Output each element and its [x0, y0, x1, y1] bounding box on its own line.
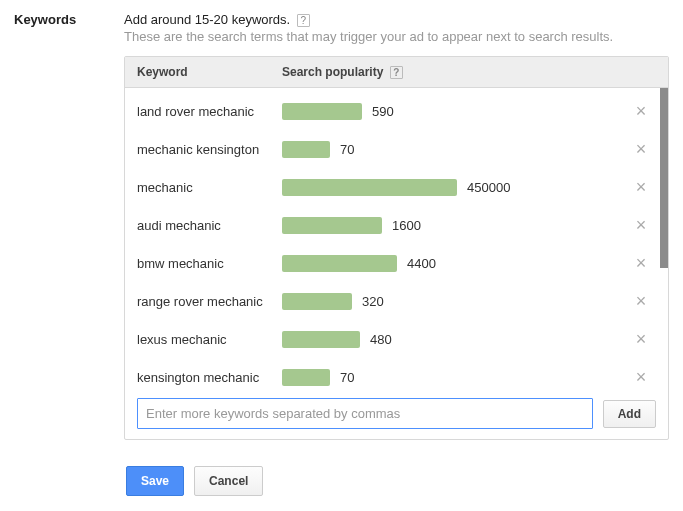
add-button[interactable]: Add [603, 400, 656, 428]
keyword-list: land rover mechanic590×mechanic kensingt… [125, 88, 668, 388]
popularity-value: 70 [340, 142, 354, 157]
popularity-value: 450000 [467, 180, 510, 195]
keywords-panel: Keyword Search popularity ? land rover m… [124, 56, 669, 440]
keyword-input[interactable] [137, 398, 593, 429]
popularity-value: 480 [370, 332, 392, 347]
remove-icon[interactable]: × [626, 216, 656, 234]
keyword-row: lexus mechanic480× [125, 320, 668, 358]
keyword-row: kensington mechanic70× [125, 358, 668, 388]
scrollbar[interactable] [660, 88, 668, 388]
remove-icon[interactable]: × [626, 102, 656, 120]
keyword-name: audi mechanic [137, 218, 282, 233]
popularity-value: 70 [340, 370, 354, 385]
popularity-bar-wrap: 70 [282, 369, 626, 386]
popularity-value: 4400 [407, 256, 436, 271]
keyword-row: bmw mechanic4400× [125, 244, 668, 282]
save-button[interactable]: Save [126, 466, 184, 496]
header-popularity: Search popularity ? [282, 65, 656, 79]
popularity-value: 1600 [392, 218, 421, 233]
keyword-row: mechanic kensington70× [125, 130, 668, 168]
cancel-button[interactable]: Cancel [194, 466, 263, 496]
keyword-name: mechanic [137, 180, 282, 195]
remove-icon[interactable]: × [626, 368, 656, 386]
remove-icon[interactable]: × [626, 330, 656, 348]
popularity-bar [282, 331, 360, 348]
add-keyword-row: Add [125, 388, 668, 439]
popularity-bar [282, 179, 457, 196]
section-label: Keywords [14, 12, 124, 27]
keyword-name: land rover mechanic [137, 104, 282, 119]
scrollbar-thumb[interactable] [660, 88, 668, 268]
remove-icon[interactable]: × [626, 140, 656, 158]
instruction-inner: Add around 15-20 keywords. [124, 12, 290, 27]
instruction-text: Add around 15-20 keywords. ? [124, 12, 669, 27]
footer-actions: Save Cancel [0, 452, 683, 510]
popularity-bar [282, 293, 352, 310]
header-keyword: Keyword [137, 65, 282, 79]
keyword-name: range rover mechanic [137, 294, 282, 309]
keyword-row: audi mechanic1600× [125, 206, 668, 244]
keyword-row: mechanic450000× [125, 168, 668, 206]
keyword-name: bmw mechanic [137, 256, 282, 271]
popularity-bar [282, 217, 382, 234]
popularity-bar [282, 255, 397, 272]
popularity-bar-wrap: 1600 [282, 217, 626, 234]
keyword-row: land rover mechanic590× [125, 92, 668, 130]
keyword-name: mechanic kensington [137, 142, 282, 157]
keyword-row: range rover mechanic320× [125, 282, 668, 320]
popularity-bar [282, 103, 362, 120]
popularity-bar-wrap: 480 [282, 331, 626, 348]
popularity-bar-wrap: 320 [282, 293, 626, 310]
popularity-bar-wrap: 70 [282, 141, 626, 158]
keyword-name: kensington mechanic [137, 370, 282, 385]
header-popularity-text: Search popularity [282, 65, 383, 79]
remove-icon[interactable]: × [626, 292, 656, 310]
popularity-bar [282, 141, 330, 158]
help-icon[interactable]: ? [297, 14, 310, 27]
help-icon[interactable]: ? [390, 66, 403, 79]
popularity-bar [282, 369, 330, 386]
remove-icon[interactable]: × [626, 254, 656, 272]
popularity-bar-wrap: 590 [282, 103, 626, 120]
instruction-subtext: These are the search terms that may trig… [124, 29, 669, 44]
panel-header: Keyword Search popularity ? [125, 57, 668, 88]
popularity-value: 590 [372, 104, 394, 119]
remove-icon[interactable]: × [626, 178, 656, 196]
keyword-name: lexus mechanic [137, 332, 282, 347]
popularity-bar-wrap: 4400 [282, 255, 626, 272]
popularity-bar-wrap: 450000 [282, 179, 626, 196]
popularity-value: 320 [362, 294, 384, 309]
